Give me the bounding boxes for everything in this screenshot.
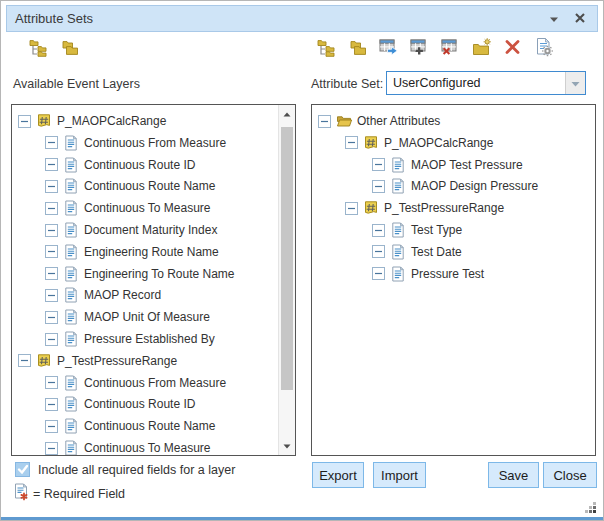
tree-item-label: Other Attributes — [357, 113, 440, 129]
vertical-scrollbar[interactable] — [278, 105, 295, 455]
attribute-set-panel: Other AttributesP_MAOPCalcRangeMAOP Test… — [311, 104, 596, 456]
tree-item[interactable]: P_MAOPCalcRange — [12, 111, 295, 131]
tree-item[interactable]: Test Type — [312, 220, 595, 240]
tree-item[interactable]: Continuous From Measure — [12, 133, 295, 153]
tree-item[interactable]: Continuous Route ID — [12, 394, 295, 414]
expand-collapse-box[interactable] — [18, 115, 31, 128]
expand-collapse-box[interactable] — [45, 311, 58, 324]
tree-item-label: MAOP Design Pressure — [411, 178, 538, 194]
expand-collapse-box[interactable] — [345, 136, 358, 149]
field-icon — [63, 331, 79, 347]
available-layers-tree: P_MAOPCalcRangeContinuous From MeasureCo… — [12, 105, 295, 455]
expand-collapse-box[interactable] — [318, 115, 331, 128]
resize-grip-icon[interactable] — [584, 500, 597, 513]
expand-collapse-box[interactable] — [45, 136, 58, 149]
tree-item-label: Continuous From Measure — [84, 135, 226, 151]
right-report-button[interactable] — [534, 38, 554, 60]
tree-item[interactable]: Continuous Route ID — [12, 155, 295, 175]
right-delete-button[interactable] — [503, 38, 523, 60]
event-layer-icon — [363, 200, 379, 216]
close-button[interactable] — [573, 12, 587, 26]
attribute-sets-dialog: Attribute Sets Available Event Layers At… — [0, 0, 604, 521]
tree-item[interactable]: P_TestPressureRange — [12, 351, 295, 371]
scroll-up-button[interactable] — [279, 106, 295, 122]
expand-collapse-box[interactable] — [45, 420, 58, 433]
expand-collapse-box[interactable] — [45, 333, 58, 346]
tree-item[interactable]: Document Maturity Index — [12, 220, 295, 240]
dropdown-button[interactable] — [565, 72, 585, 94]
tree-item[interactable]: P_MAOPCalcRange — [312, 133, 595, 153]
caret-down-icon — [549, 10, 559, 28]
event-layer-icon — [36, 353, 52, 369]
expand-collapse-box[interactable] — [45, 245, 58, 258]
expand-collapse-box[interactable] — [345, 202, 358, 215]
expand-collapse-box[interactable] — [18, 354, 31, 367]
close-dialog-button[interactable]: Close — [543, 462, 597, 488]
tree-item[interactable]: Continuous From Measure — [12, 373, 295, 393]
right-collapse-all-button[interactable] — [348, 38, 368, 60]
expand-collapse-box[interactable] — [372, 158, 385, 171]
export-table-icon — [379, 37, 399, 61]
tree-item[interactable]: P_TestPressureRange — [312, 198, 595, 218]
tree-item[interactable]: Continuous Route Name — [12, 416, 295, 436]
tree-item[interactable]: Test Date — [312, 242, 595, 262]
left-expand-all-button[interactable] — [29, 38, 49, 60]
tree-item[interactable]: Pressure Established By — [12, 329, 295, 349]
field-icon — [63, 287, 79, 303]
tree-item[interactable]: Continuous To Measure — [12, 198, 295, 218]
field-icon — [63, 200, 79, 216]
tree-item[interactable]: Continuous To Measure — [12, 438, 295, 456]
field-icon — [63, 375, 79, 391]
expand-collapse-box[interactable] — [372, 224, 385, 237]
scroll-down-button[interactable] — [279, 438, 295, 454]
right-add-table-button[interactable] — [410, 38, 430, 60]
folder-open-icon — [336, 113, 352, 129]
tree-item[interactable]: Engineering To Route Name — [12, 264, 295, 284]
dock-caret-button[interactable] — [547, 12, 561, 26]
tree-item[interactable]: Continuous Route Name — [12, 176, 295, 196]
right-expand-all-button[interactable] — [317, 38, 337, 60]
left-collapse-all-button[interactable] — [60, 38, 80, 60]
tree-item[interactable]: Pressure Test — [312, 264, 595, 284]
scrollbar-thumb[interactable] — [281, 127, 293, 390]
export-button[interactable]: Export — [312, 462, 364, 488]
tree-item-label: Continuous Route ID — [84, 157, 195, 173]
right-new-attribute-set-button[interactable] — [472, 38, 492, 60]
tree-item-label: MAOP Record — [84, 287, 161, 303]
include-required-fields-checkbox[interactable] — [15, 462, 30, 477]
right-remove-table-button[interactable] — [441, 38, 461, 60]
tree-item[interactable]: MAOP Record — [12, 285, 295, 305]
tree-item[interactable]: MAOP Design Pressure — [312, 176, 595, 196]
tree-item[interactable]: MAOP Test Pressure — [312, 155, 595, 175]
right-export-table-button[interactable] — [379, 38, 399, 60]
expand-collapse-box[interactable] — [45, 398, 58, 411]
title-bar[interactable]: Attribute Sets — [6, 5, 598, 32]
attribute-set-dropdown[interactable]: UserConfigured — [386, 71, 586, 95]
tree-item-label: P_MAOPCalcRange — [384, 135, 493, 151]
expand-collapse-box[interactable] — [45, 202, 58, 215]
expand-collapse-box[interactable] — [45, 442, 58, 455]
import-button[interactable]: Import — [373, 462, 426, 488]
tree-item-label: P_TestPressureRange — [384, 200, 504, 216]
close-icon — [574, 10, 586, 28]
new-attribute-set-icon — [472, 37, 492, 61]
tree-item-label: Test Type — [411, 222, 462, 238]
expand-collapse-box[interactable] — [45, 376, 58, 389]
expand-collapse-box[interactable] — [45, 224, 58, 237]
expand-collapse-box[interactable] — [45, 267, 58, 280]
expand-collapse-box[interactable] — [372, 267, 385, 280]
available-event-layers-label: Available Event Layers — [13, 77, 140, 91]
tree-item[interactable]: Other Attributes — [312, 111, 595, 131]
tree-item-label: Continuous To Measure — [84, 440, 211, 456]
expand-collapse-box[interactable] — [45, 158, 58, 171]
expand-collapse-box[interactable] — [372, 245, 385, 258]
expand-collapse-box[interactable] — [372, 180, 385, 193]
expand-collapse-box[interactable] — [45, 180, 58, 193]
save-button[interactable]: Save — [488, 462, 539, 488]
collapse-all-icon — [348, 37, 368, 61]
field-icon — [63, 440, 79, 456]
field-icon — [63, 135, 79, 151]
expand-collapse-box[interactable] — [45, 289, 58, 302]
tree-item[interactable]: Engineering Route Name — [12, 242, 295, 262]
tree-item[interactable]: MAOP Unit Of Measure — [12, 307, 295, 327]
